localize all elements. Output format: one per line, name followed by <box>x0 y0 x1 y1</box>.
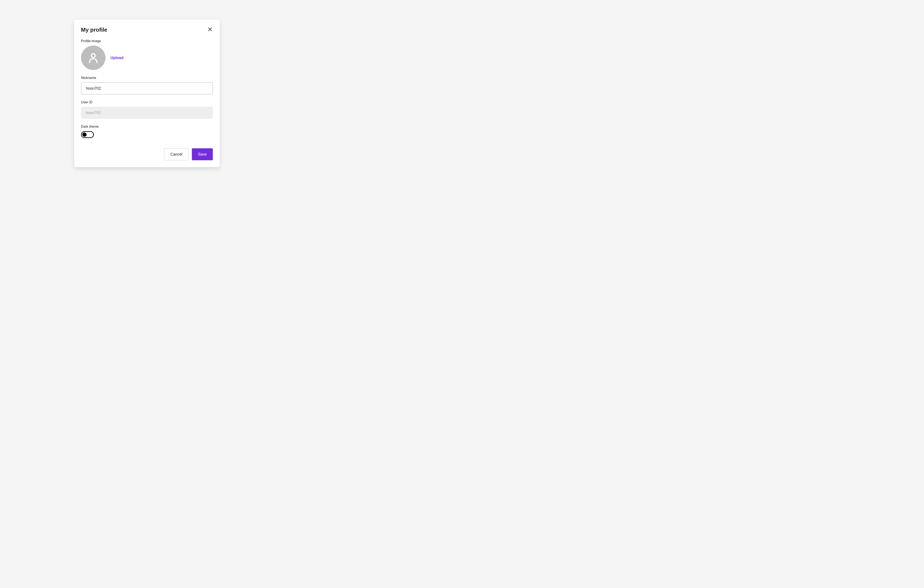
svg-point-2 <box>91 54 95 58</box>
nickname-section: Nickname <box>81 76 213 94</box>
avatar-placeholder <box>81 46 106 70</box>
dark-theme-toggle[interactable] <box>81 131 94 138</box>
toggle-knob <box>82 132 87 137</box>
close-icon <box>208 27 213 32</box>
user-id-value: hoon702 <box>81 107 213 119</box>
cancel-button[interactable]: Cancel <box>164 148 188 160</box>
user-id-section: User ID hoon702 <box>81 100 213 119</box>
upload-button[interactable]: Upload <box>111 56 124 60</box>
nickname-label: Nickname <box>81 76 213 80</box>
avatar-row: Upload <box>81 46 213 70</box>
profile-image-label: Profile image <box>81 39 213 43</box>
close-button[interactable] <box>207 26 213 32</box>
modal-actions: Cancel Save <box>81 148 213 160</box>
profile-image-section: Profile image Upload <box>81 39 213 70</box>
dark-theme-label: Dark theme <box>81 125 213 129</box>
nickname-input[interactable] <box>81 83 213 94</box>
user-id-label: User ID <box>81 100 213 104</box>
modal-header: My profile <box>81 26 213 33</box>
save-button[interactable]: Save <box>192 148 213 160</box>
profile-modal: My profile Profile image Upload Nickname… <box>74 20 219 167</box>
user-icon <box>87 52 99 64</box>
dark-theme-section: Dark theme <box>81 125 213 138</box>
modal-title: My profile <box>81 26 107 33</box>
